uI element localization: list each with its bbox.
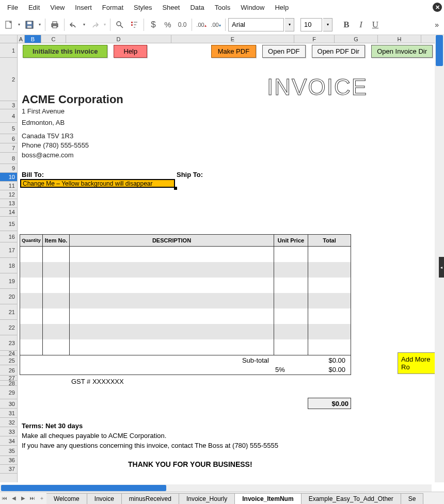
row-header-15[interactable]: 15 (0, 217, 17, 231)
cell-cursor-handle[interactable] (174, 187, 177, 190)
row-header-10[interactable]: 10 (0, 173, 17, 182)
row-header-28[interactable]: 28 (0, 381, 17, 386)
row-header-30[interactable]: 30 (0, 399, 17, 409)
table-row[interactable] (20, 278, 351, 293)
redo-dropdown[interactable]: ▾ (102, 22, 107, 27)
sheet-tab-se[interactable]: Se (401, 493, 424, 504)
menu-window[interactable]: Window (235, 2, 269, 13)
save-dropdown[interactable]: ▾ (37, 22, 42, 27)
row-header-19[interactable]: 19 (0, 273, 17, 289)
menu-file[interactable]: File (2, 2, 23, 13)
font-name-dropdown[interactable]: ▾ (285, 18, 294, 31)
row-header-11[interactable]: 11 (0, 182, 17, 190)
row-header-7[interactable]: 7 (0, 143, 17, 153)
row-header-32[interactable]: 32 (0, 418, 17, 427)
row-header-14[interactable]: 14 (0, 208, 17, 217)
row-header-2[interactable]: 2 (0, 58, 17, 101)
undo-dropdown[interactable]: ▾ (82, 22, 87, 27)
menu-edit[interactable]: Edit (23, 2, 45, 13)
font-name-input[interactable]: Arial (228, 18, 284, 31)
row-header-21[interactable]: 21 (0, 304, 17, 320)
menu-format[interactable]: Format (97, 2, 129, 13)
tab-next-icon[interactable]: ▶ (19, 493, 28, 504)
row-header-31[interactable]: 31 (0, 409, 17, 418)
row-header-18[interactable]: 18 (0, 258, 17, 273)
font-size-input[interactable]: 10 (300, 18, 322, 31)
row-header-17[interactable]: 17 (0, 242, 17, 258)
row-header-12[interactable]: 12 (0, 190, 17, 199)
active-cell-b10[interactable]: Change Me – Yellow background will disap… (20, 179, 175, 188)
open-pdf-dir-button[interactable]: Open PDF Dir (312, 45, 366, 58)
row-header-6[interactable]: 6 (0, 134, 17, 143)
row-header-22[interactable]: 22 (0, 320, 17, 335)
redo-icon[interactable] (88, 18, 101, 31)
sidebar-toggle-icon[interactable]: ◂ (439, 257, 444, 278)
row-header-29[interactable]: 29 (0, 386, 17, 399)
make-pdf-button[interactable]: Make PDF (211, 45, 256, 58)
row-header-23[interactable]: 23 (0, 335, 17, 351)
row-header-24[interactable]: 24 (0, 351, 17, 356)
find-icon[interactable] (113, 18, 126, 31)
select-all-corner[interactable] (0, 35, 18, 43)
help-button[interactable]: Help (114, 45, 147, 58)
row-header-25[interactable]: 25 (0, 356, 17, 365)
column-header-b[interactable]: B (25, 35, 41, 43)
row-header-20[interactable]: 20 (0, 289, 17, 304)
row-header-35[interactable]: 35 (0, 446, 17, 456)
row-header-5[interactable]: 5 (0, 123, 17, 134)
column-header-a[interactable]: A (18, 35, 25, 43)
row-header-34[interactable]: 34 (0, 436, 17, 446)
row-header-26[interactable]: 26 (0, 365, 17, 376)
row-header-4[interactable]: 4 (0, 109, 17, 123)
column-header-e[interactable]: E (171, 35, 294, 43)
row-header-37[interactable]: 37 (0, 465, 17, 474)
tab-first-icon[interactable]: ⏮ (0, 493, 9, 504)
menu-sheet[interactable]: Sheet (157, 2, 185, 13)
table-row[interactable] (20, 308, 351, 324)
percent-icon[interactable]: % (161, 18, 175, 31)
open-pdf-button[interactable]: Open PDF (262, 45, 305, 58)
undo-icon[interactable] (67, 18, 81, 31)
table-row[interactable] (20, 339, 351, 355)
row-header-13[interactable]: 13 (0, 199, 17, 208)
tab-last-icon[interactable]: ⏭ (28, 493, 37, 504)
italic-icon[interactable]: I (354, 18, 368, 31)
new-dropdown[interactable]: ▾ (17, 22, 22, 27)
sheet-tab-invoice_hourly[interactable]: Invoice_Hourly (179, 493, 235, 504)
column-header-d[interactable]: D (66, 35, 171, 43)
currency-icon[interactable]: $ (147, 18, 160, 31)
menu-view[interactable]: View (45, 2, 70, 13)
sheet-tab-example_easy_to_add_other[interactable]: Example_Easy_To_Add_Other (301, 493, 401, 504)
menu-tools[interactable]: Tools (210, 2, 235, 13)
row-header-1[interactable]: 1 (0, 43, 17, 58)
add-sheet-icon[interactable]: ＋ (37, 493, 46, 504)
sheet-tab-invoice[interactable]: Invoice (87, 493, 122, 504)
new-icon[interactable] (2, 18, 15, 31)
underline-icon[interactable]: U (369, 18, 382, 31)
sheet-tab-invoice_itemnum[interactable]: Invoice_ItemNum (234, 493, 301, 504)
sheet-tab-minusreceived[interactable]: minusReceived (121, 493, 179, 504)
toolbar-overflow-icon[interactable]: » (435, 21, 442, 29)
row-header-3[interactable]: 3 (0, 101, 17, 109)
column-header-c[interactable]: C (41, 35, 66, 43)
horizontal-scrollbar[interactable] (0, 484, 432, 492)
row-header-9[interactable]: 9 (0, 164, 17, 173)
table-row[interactable] (20, 324, 351, 339)
cell-grid[interactable]: Initialize this invoice Help Make PDF Op… (18, 43, 435, 482)
sheet-tab-welcome[interactable]: Welcome (46, 493, 87, 504)
initialize-invoice-button[interactable]: Initialize this invoice (23, 45, 107, 58)
save-icon[interactable] (23, 18, 36, 31)
bold-icon[interactable]: B (340, 18, 353, 31)
table-row[interactable] (20, 262, 351, 278)
open-invoice-dir-button[interactable]: Open Invoice Dir (371, 45, 433, 58)
column-header-f[interactable]: F (294, 35, 335, 43)
vertical-scroll-thumb[interactable] (436, 35, 443, 66)
remove-decimal-icon[interactable]: .00▾ (209, 18, 223, 31)
menu-insert[interactable]: Insert (70, 2, 97, 13)
column-header-g[interactable]: G (335, 35, 378, 43)
column-header-h[interactable]: H (378, 35, 421, 43)
menu-styles[interactable]: Styles (129, 2, 157, 13)
row-header-16[interactable]: 16 (0, 231, 17, 242)
font-size-dropdown[interactable]: ▾ (323, 18, 332, 31)
tab-prev-icon[interactable]: ◀ (9, 493, 19, 504)
